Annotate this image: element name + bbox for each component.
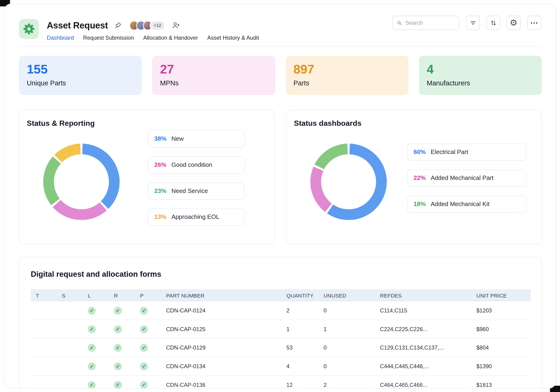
panel-title: Status dashboards bbox=[294, 119, 361, 128]
donut-hole bbox=[54, 154, 109, 209]
legend-percent: 26% bbox=[154, 161, 166, 169]
status-dashboards-panel: Status dashboards 60% Electrical Part 22… bbox=[286, 110, 542, 244]
tab-bar: Dashboard Request Submission Allocation … bbox=[47, 35, 259, 41]
sort-button[interactable] bbox=[486, 16, 500, 30]
table-row[interactable]: ✓ ✓ ✓ ✓ ✓ CDN-CAP-0136 12 2 C464,C465,C4… bbox=[31, 376, 531, 389]
donut-chart bbox=[310, 143, 387, 220]
stat-label: Parts bbox=[293, 79, 401, 87]
status-reporting-panel: Status & Reporting 38% New 26% Good cond… bbox=[19, 110, 275, 244]
unit-price-cell: $960 bbox=[471, 326, 530, 332]
stat-value: 4 bbox=[427, 61, 534, 77]
refdes-cell: C114,C115 bbox=[375, 307, 471, 314]
legend-item-need-service[interactable]: 23% Need Service bbox=[148, 182, 245, 200]
legend-label: Need Service bbox=[171, 188, 208, 195]
stat-card-row: 155 Unique Parts 27 MPNs 897 Parts 4 Man… bbox=[19, 56, 542, 95]
panel-title: Status & Reporting bbox=[27, 119, 95, 128]
table-row[interactable]: ✓ ✓ ✓ ✓ ✓ CDN-CAP-0124 2 0 C114,C115 $12… bbox=[31, 302, 531, 320]
legend-item-added-mechanical-part[interactable]: 22% Added Mechanical Part bbox=[407, 170, 526, 187]
filter-icon bbox=[470, 19, 476, 26]
part-number-cell: CDN-CAP-0129 bbox=[161, 344, 281, 351]
legend-label: New bbox=[171, 135, 184, 142]
settings-button[interactable]: ⚙ bbox=[506, 16, 520, 30]
legend-item-added-mechanical-kit[interactable]: 18% Added Mechanical Kit bbox=[407, 196, 526, 213]
legend-item-approaching-eol[interactable]: 13% Approaching EOL bbox=[148, 209, 245, 226]
stat-label: Unique Parts bbox=[27, 79, 134, 87]
column-header-quantity: QUANTITY bbox=[281, 292, 319, 298]
column-header-refdes: REFDES bbox=[375, 292, 471, 298]
column-header-p: P bbox=[135, 292, 161, 298]
legend-percent: 13% bbox=[154, 213, 166, 221]
sort-arrows-icon bbox=[490, 19, 497, 26]
collaborator-avatars[interactable]: +12 bbox=[129, 20, 165, 30]
app-icon bbox=[19, 19, 39, 39]
pin-icon bbox=[114, 22, 121, 29]
table-row[interactable]: ✓ ✓ ✓ ✓ ✓ CDN-CAP-0129 53 0 C129,C131,C1… bbox=[31, 339, 531, 357]
unit-price-cell: $1203 bbox=[471, 307, 530, 314]
stat-value: 27 bbox=[160, 61, 267, 77]
column-header-part-number: PART NUMBER bbox=[161, 292, 281, 298]
legend-item-electrical-part[interactable]: 60% Electrical Part bbox=[407, 143, 526, 161]
legend-percent: 18% bbox=[413, 201, 426, 208]
pin-button[interactable] bbox=[114, 21, 122, 30]
tab-allocation-handover[interactable]: Allocation & Handover bbox=[143, 35, 198, 41]
gear-icon bbox=[22, 22, 36, 36]
check-icon: ✓ bbox=[114, 307, 122, 314]
legend-percent: 60% bbox=[413, 149, 426, 156]
add-person-button[interactable] bbox=[171, 21, 181, 30]
tab-asset-history-audit[interactable]: Asset History & Audit bbox=[207, 35, 259, 41]
unused-cell: 0 bbox=[319, 363, 375, 370]
check-icon: ✓ bbox=[114, 344, 122, 352]
column-header-s: S bbox=[57, 292, 83, 298]
unused-cell: 0 bbox=[319, 344, 375, 351]
legend-item-good-condition[interactable]: 26% Good condition bbox=[148, 156, 245, 173]
legend: 60% Electrical Part 22% Added Mechanical… bbox=[407, 143, 526, 213]
donut-hole bbox=[321, 154, 376, 209]
column-header-l: L bbox=[83, 292, 109, 298]
stat-card-manufacturers: 4 Manufacturers bbox=[419, 56, 542, 95]
check-icon: ✓ bbox=[88, 307, 96, 314]
part-number-cell: CDN-CAP-0124 bbox=[161, 307, 281, 314]
check-icon: ✓ bbox=[88, 362, 96, 370]
unused-cell: 2 bbox=[319, 382, 375, 388]
search-icon bbox=[397, 20, 402, 26]
check-icon: ✓ bbox=[140, 362, 148, 370]
more-options-button[interactable]: ⋯ bbox=[527, 16, 541, 30]
legend-percent: 22% bbox=[413, 174, 426, 182]
legend-item-new[interactable]: 38% New bbox=[148, 131, 245, 148]
table-row[interactable]: ✓ ✓ ✓ ✓ ✓ CDN-CAP-0134 4 0 C444,C445,C44… bbox=[31, 357, 531, 376]
legend-label: Added Mechanical Kit bbox=[431, 201, 490, 208]
search-input[interactable] bbox=[405, 20, 455, 26]
stat-value: 155 bbox=[27, 61, 134, 77]
unit-price-cell: $1813 bbox=[471, 382, 530, 388]
unit-price-cell: $804 bbox=[471, 344, 530, 351]
refdes-cell: C444,C445,C446,... bbox=[375, 363, 471, 370]
stat-card-unique-parts: 155 Unique Parts bbox=[19, 56, 142, 95]
check-icon: ✓ bbox=[114, 362, 122, 370]
table-title: Digital request and allocation forms bbox=[31, 270, 161, 279]
check-icon: ✓ bbox=[88, 344, 96, 352]
filter-button[interactable] bbox=[466, 16, 480, 30]
table-row[interactable]: ✓ ✓ ✓ ✓ ✓ CDN-CAP-0125 1 1 C224,C225,C22… bbox=[31, 320, 531, 339]
forms-table-card: Digital request and allocation forms T S… bbox=[19, 257, 542, 389]
stat-card-mpns: 27 MPNs bbox=[152, 56, 275, 95]
part-number-cell: CDN-CAP-0125 bbox=[161, 326, 281, 332]
tab-request-submission[interactable]: Request Submission bbox=[83, 35, 134, 41]
stat-value: 897 bbox=[293, 61, 401, 77]
stat-card-parts: 897 Parts bbox=[286, 56, 409, 95]
legend: 38% New 26% Good condition 23% Need Serv… bbox=[148, 131, 245, 226]
screenshot-root: Asset Request +12 bbox=[0, 0, 560, 392]
refdes-cell: C129,C131,C134,C137,... bbox=[375, 344, 471, 351]
unused-cell: 1 bbox=[319, 326, 375, 332]
search-box bbox=[392, 16, 460, 30]
part-number-cell: CDN-CAP-0134 bbox=[161, 363, 281, 370]
quantity-cell: 4 bbox=[281, 363, 319, 370]
parts-table: T S L R P PART NUMBER QUANTITY UNUSED RE… bbox=[31, 289, 531, 389]
check-icon: ✓ bbox=[114, 381, 122, 389]
avatar-overflow-badge[interactable]: +12 bbox=[150, 20, 165, 30]
tab-dashboard[interactable]: Dashboard bbox=[47, 35, 74, 41]
check-icon: ✓ bbox=[88, 325, 96, 333]
stat-label: MPNs bbox=[160, 79, 267, 87]
app-window: Asset Request +12 bbox=[3, 3, 556, 389]
page-title: Asset Request bbox=[47, 20, 108, 30]
title-row: Asset Request +12 bbox=[47, 20, 181, 31]
